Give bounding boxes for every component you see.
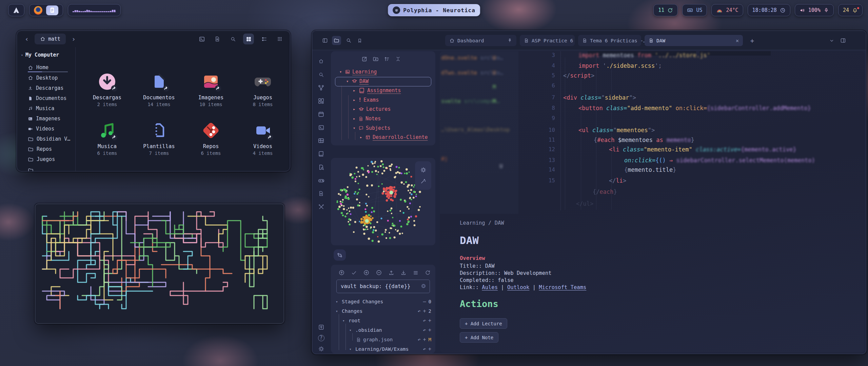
- git-row-changes[interactable]: ▾Changes↶+2: [336, 307, 431, 316]
- ribbon-docsearch-icon[interactable]: [317, 163, 325, 171]
- list-view-button[interactable]: [259, 34, 270, 44]
- compact-view-button[interactable]: [274, 34, 285, 44]
- unstage-all-icon[interactable]: [376, 269, 382, 276]
- folder-musica[interactable]: Musica6 items: [85, 121, 129, 156]
- split-layout-icon[interactable]: [839, 36, 848, 45]
- chevron-down-icon[interactable]: ▾: [349, 328, 353, 332]
- new-tab-button[interactable]: +: [748, 36, 757, 45]
- weather-pill[interactable]: 24°C: [711, 4, 743, 16]
- grid-view-button[interactable]: [243, 34, 254, 44]
- sidebar-item-obsidian-v-[interactable]: Obsidian V…: [17, 134, 75, 144]
- tree-item-subjects[interactable]: ▾Subjects: [352, 124, 390, 133]
- tab-dashboard[interactable]: Dashboard: [445, 35, 516, 46]
- chevron-down-icon[interactable]: ▾: [336, 309, 340, 313]
- sort-icon[interactable]: [384, 56, 390, 62]
- location-breadcrumb[interactable]: matt: [35, 34, 66, 44]
- git-row-root[interactable]: ▾root↶+: [336, 316, 431, 325]
- ribbon-tools-icon[interactable]: [317, 203, 325, 210]
- chevron-down-icon[interactable]: ▾: [338, 69, 343, 74]
- sidebar-item-imagenes[interactable]: Imagenes: [17, 114, 75, 124]
- document-app-icon[interactable]: [46, 5, 58, 15]
- folder-documentos[interactable]: Documentos14 items: [137, 72, 181, 107]
- folder-juegos[interactable]: Juegos8 items: [241, 72, 285, 107]
- ribbon-calendar-icon[interactable]: [317, 110, 325, 118]
- sidebar-item-documentos[interactable]: Documentos: [17, 93, 75, 103]
- note-breadcrumb[interactable]: Learning / DAW: [460, 220, 504, 226]
- ribbon-vault-switcher-icon[interactable]: [317, 323, 325, 331]
- ribbon-help-icon[interactable]: ?: [317, 334, 325, 342]
- sidebar-toggle-icon[interactable]: [320, 36, 330, 45]
- stage-all-icon[interactable]: [363, 269, 370, 276]
- open-terminal-button[interactable]: [196, 34, 207, 44]
- undo-icon[interactable]: ↶: [423, 347, 426, 352]
- clock-pill[interactable]: 18:08:28: [748, 4, 790, 16]
- link-aules[interactable]: Aules: [482, 284, 498, 290]
- plus-icon[interactable]: +: [428, 328, 431, 333]
- tab-asp-practice[interactable]: ASP Practice 6: [520, 35, 575, 46]
- tab-daw[interactable]: DAW ✕: [645, 35, 743, 46]
- minus-icon[interactable]: —: [423, 299, 426, 304]
- tab-tema6[interactable]: Tema 6 Prácticas -…: [578, 35, 641, 46]
- ribbon-docplus-icon[interactable]: [317, 190, 325, 197]
- sidebar-item-repos[interactable]: Repos: [17, 144, 75, 154]
- search-button[interactable]: [228, 34, 238, 44]
- tree-item-lectures[interactable]: ▸Lectures: [352, 105, 391, 114]
- back-button[interactable]: ‹: [22, 34, 32, 44]
- ribbon-settings-icon[interactable]: [317, 345, 325, 352]
- tree-item-desarrollo-cliente[interactable]: ▸Desarrollo-Cliente: [359, 133, 428, 142]
- volume-pill[interactable]: 100%: [795, 4, 834, 16]
- editor-pane[interactable]: import mementoes from '../../store.js'im…: [440, 51, 865, 352]
- chevron-down-icon[interactable]: ▾: [345, 79, 350, 84]
- ribbon-termbox-icon[interactable]: [317, 124, 325, 131]
- chevron-down-icon[interactable]: ▾: [352, 126, 356, 130]
- forward-button[interactable]: ›: [68, 34, 79, 44]
- undo-icon[interactable]: ↶: [418, 309, 421, 314]
- new-folder-icon[interactable]: [373, 56, 379, 62]
- commit-icon[interactable]: [338, 269, 345, 276]
- tree-item-exams[interactable]: ▸!Exams: [352, 96, 379, 104]
- git-row-staged-changes[interactable]: ▾Staged Changes—0: [336, 297, 431, 306]
- add-lecture-button[interactable]: + Add Lecture: [460, 318, 507, 329]
- plus-icon[interactable]: +: [423, 337, 426, 342]
- refresh-icon[interactable]: [425, 269, 431, 276]
- commit-all-icon[interactable]: [351, 269, 357, 276]
- git-row-learning-daw-exams[interactable]: ▾Learning/DAW/Exams↶+: [336, 345, 431, 353]
- chevron-down-icon[interactable]: ▾: [336, 300, 340, 304]
- git-view-button[interactable]: [334, 249, 346, 261]
- chevron-right-icon[interactable]: ▸: [352, 98, 356, 102]
- files-tab-icon[interactable]: [332, 36, 341, 45]
- tree-item-daw[interactable]: ▾DAW: [345, 77, 369, 86]
- collapse-all-icon[interactable]: [395, 56, 401, 62]
- folder-plantillas[interactable]: Plantillas7 items: [137, 121, 181, 156]
- change-layout-icon[interactable]: [413, 269, 419, 276]
- plus-icon[interactable]: +: [423, 309, 426, 314]
- close-tab-icon[interactable]: ✕: [736, 38, 739, 44]
- folder-videos[interactable]: Videos4 items: [241, 121, 285, 156]
- undo-icon[interactable]: ↶: [418, 337, 421, 342]
- new-note-icon[interactable]: [361, 56, 368, 62]
- chevron-right-icon[interactable]: ▸: [359, 135, 363, 140]
- add-note-button[interactable]: + Add Note: [460, 332, 498, 343]
- tree-item-assignments[interactable]: ▸Assignments: [352, 86, 401, 95]
- sidebar-item-videos[interactable]: Videos: [17, 124, 75, 134]
- ribbon-home-icon[interactable]: [317, 58, 325, 65]
- sidebar-item-juegos[interactable]: Juegos: [17, 154, 75, 164]
- undo-icon[interactable]: ↶: [423, 328, 426, 333]
- new-file-button[interactable]: [212, 34, 223, 44]
- ribbon-book-icon[interactable]: [317, 150, 325, 158]
- music-widget[interactable]: Polyphia - Neurotica: [388, 4, 480, 16]
- git-row-graph-json[interactable]: graph.json↶+M: [336, 335, 431, 344]
- folder-descargas[interactable]: Descargas2 items: [85, 72, 129, 107]
- ribbon-graphfork-icon[interactable]: [317, 84, 325, 92]
- git-row--obsidian[interactable]: ▾.obsidian↶+: [336, 326, 431, 334]
- chevron-right-icon[interactable]: ▸: [352, 116, 356, 121]
- firefox-icon[interactable]: [34, 6, 42, 15]
- tree-item-notes[interactable]: ▸Notes: [352, 114, 381, 123]
- updates-pill[interactable]: 11: [653, 4, 678, 16]
- sidebar-item-home[interactable]: Home: [17, 63, 75, 73]
- plus-icon[interactable]: +: [428, 347, 431, 352]
- sidebar-item-musica[interactable]: Musica: [17, 103, 75, 114]
- launcher-button[interactable]: [8, 4, 24, 16]
- ribbon-layoutgrid-icon[interactable]: [317, 97, 325, 105]
- tree-item-learning[interactable]: ▾Learning: [338, 67, 377, 76]
